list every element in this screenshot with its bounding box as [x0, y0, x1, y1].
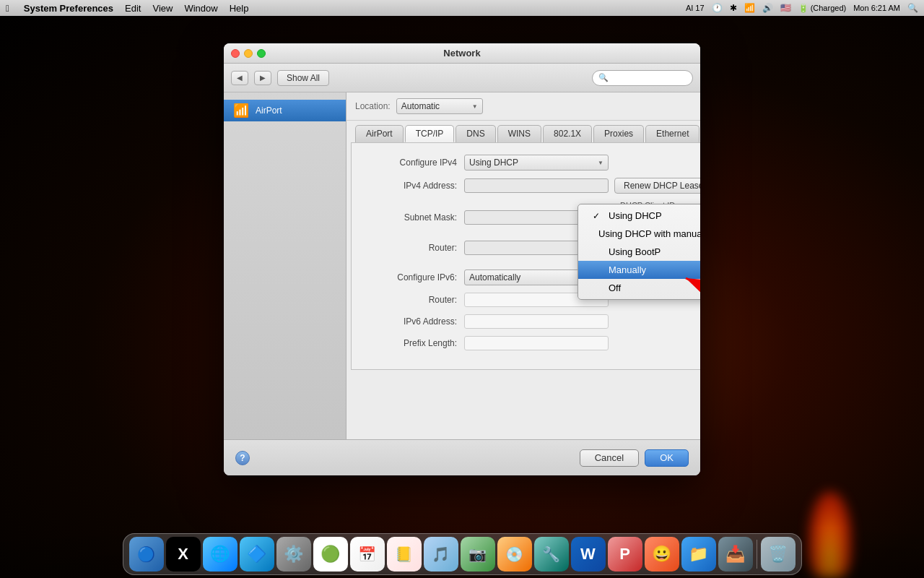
dock-x[interactable]: X	[166, 537, 201, 571]
chevron-down-icon: ▼	[472, 103, 478, 110]
dock-finder[interactable]: 🔵	[129, 537, 164, 571]
dropdown-item-dhcp-manual[interactable]: Using DHCP with manual address	[578, 225, 700, 243]
dock-safari[interactable]: 🌐	[203, 537, 237, 571]
dock-itunes[interactable]: 🎵	[424, 537, 458, 571]
dropdown-item-manually[interactable]: Manually	[578, 261, 700, 279]
tab-wins[interactable]: WINS	[497, 125, 541, 142]
tabs: AirPort TCP/IP DNS WINS 802.1X Proxies E…	[346, 121, 700, 142]
search-box[interactable]: 🔍	[592, 70, 693, 86]
configure-ipv4-label: Configure IPv4	[363, 158, 464, 168]
dock-trash[interactable]: 🗑️	[761, 537, 796, 571]
forward-button[interactable]: ▶	[254, 71, 271, 85]
location-bar: Location: Automatic ▼	[346, 92, 700, 121]
ipv6-address-row: IPv6 Address:	[363, 314, 700, 329]
prefix-length-row: Prefix Length:	[363, 336, 700, 350]
dock-separator	[757, 540, 757, 569]
menu-view[interactable]: View	[152, 3, 173, 14]
ipv4-address-label: IPv4 Address:	[363, 181, 464, 191]
chevron-down-icon: ▼	[598, 160, 603, 166]
traffic-lights	[231, 49, 266, 58]
apple-menu[interactable]: 	[6, 3, 9, 14]
toolbar: ◀ ▶ Show All 🔍	[224, 64, 700, 92]
dropdown-item-using-dhcp[interactable]: ✓ Using DHCP	[578, 207, 700, 225]
help-button[interactable]: ?	[235, 451, 250, 465]
cancel-button[interactable]: Cancel	[580, 449, 639, 467]
configure-ipv4-field: Using DHCP ▼	[464, 155, 700, 171]
sidebar: 📶 AirPort	[224, 92, 346, 439]
router-label: Router:	[363, 243, 464, 253]
tab-ethernet[interactable]: Ethernet	[645, 125, 699, 142]
dock-facetime[interactable]: 😀	[645, 537, 679, 571]
location-label: Location:	[355, 101, 391, 111]
dock-3d[interactable]: 🔷	[240, 537, 274, 571]
prefix-length-label: Prefix Length:	[363, 338, 464, 348]
menu-help[interactable]: Help	[230, 3, 249, 14]
ipv4-address-field: Renew DHCP Lease	[464, 178, 700, 194]
tab-proxies[interactable]: Proxies	[593, 125, 644, 142]
bluetooth-icon[interactable]: ✱	[730, 3, 737, 13]
menu-edit[interactable]: Edit	[125, 3, 141, 14]
maximize-button[interactable]	[257, 49, 266, 58]
dock-mail[interactable]: 📁	[681, 537, 716, 571]
ipv6-address-label: IPv6 Address:	[363, 316, 464, 327]
search-icon: 🔍	[598, 73, 609, 82]
menu-window[interactable]: Window	[184, 3, 217, 14]
window-title: Network	[443, 48, 480, 59]
spotlight-icon[interactable]: 🔍	[907, 3, 918, 13]
router6-label: Router:	[363, 295, 464, 305]
dock-word[interactable]: W	[571, 537, 606, 571]
ipv6-address-field	[464, 314, 700, 329]
network-window: Network ◀ ▶ Show All 🔍 📶 AirPort Locatio…	[224, 43, 700, 475]
minimize-button[interactable]	[244, 49, 253, 58]
ipv4-address-row: IPv4 Address: Renew DHCP Lease	[363, 178, 700, 194]
configure-ipv4-dropdown[interactable]: Using DHCP ▼	[464, 155, 609, 171]
configure-ipv4-dropdown-menu: ✓ Using DHCP Using DHCP with manual addr…	[578, 204, 700, 300]
sidebar-item-label: AirPort	[256, 105, 282, 116]
dock-dashboard[interactable]: 🔧	[534, 537, 569, 571]
wifi-icon: 📶	[232, 104, 250, 117]
dock-background: 🔵 X 🌐 🔷 ⚙️ 🟢 📅 📒 🎵	[123, 533, 802, 575]
flag-icon[interactable]: 🇺🇸	[780, 3, 791, 13]
menu-bar:  System Preferences Edit View Window He…	[0, 0, 924, 16]
sidebar-item-airport[interactable]: 📶 AirPort	[224, 100, 346, 121]
checkmark-icon: ✓	[593, 211, 603, 221]
tab-tcpip[interactable]: TCP/IP	[405, 125, 455, 142]
dock: 🔵 X 🌐 🔷 ⚙️ 🟢 📅 📒 🎵	[0, 527, 924, 578]
subnet-mask-label: Subnet Mask:	[363, 212, 464, 223]
renew-dhcp-button[interactable]: Renew DHCP Lease	[614, 178, 700, 194]
dropdown-item-bootp[interactable]: Using BootP	[578, 243, 700, 261]
show-all-button[interactable]: Show All	[277, 70, 329, 86]
app-name[interactable]: System Preferences	[24, 3, 113, 14]
ipv4-address-input[interactable]	[464, 178, 609, 193]
dock-p[interactable]: P	[608, 537, 642, 571]
dock-downloads[interactable]: 📥	[718, 537, 753, 571]
ipv6-address-input	[464, 314, 609, 329]
configure-ipv4-row: Configure IPv4 Using DHCP ▼	[363, 155, 700, 171]
dock-ical[interactable]: 📅	[350, 537, 385, 571]
clock-icon: 🕐	[712, 3, 723, 13]
tab-8021x[interactable]: 802.1X	[543, 125, 592, 142]
battery-icon: 🔋 (Charged)	[798, 4, 847, 13]
tab-dns[interactable]: DNS	[456, 125, 495, 142]
prefix-length-field	[464, 336, 700, 350]
dock-iphoto[interactable]: 📷	[461, 537, 495, 571]
configure-ipv6-label: Configure IPv6:	[363, 272, 464, 282]
bottom-bar: ? Cancel OK	[224, 439, 700, 475]
tab-airport[interactable]: AirPort	[355, 125, 404, 142]
close-button[interactable]	[231, 49, 240, 58]
dropdown-item-off[interactable]: Off	[578, 279, 700, 297]
dock-chrome[interactable]: 🟢	[313, 537, 348, 571]
title-bar: Network	[224, 43, 700, 64]
prefix-length-input	[464, 336, 609, 350]
clock-time: Mon 6:21 AM	[853, 4, 900, 12]
dock-dvd[interactable]: 💿	[497, 537, 532, 571]
dock-address-book[interactable]: 📒	[387, 537, 422, 571]
ok-button[interactable]: OK	[645, 449, 689, 467]
volume-icon[interactable]: 🔊	[762, 3, 773, 13]
dock-system-preferences[interactable]: ⚙️	[276, 537, 311, 571]
ai-menu-item: AI 17	[686, 4, 705, 12]
location-dropdown[interactable]: Automatic ▼	[396, 98, 483, 114]
back-button[interactable]: ◀	[231, 71, 248, 85]
wifi-menu-icon[interactable]: 📶	[744, 3, 755, 13]
